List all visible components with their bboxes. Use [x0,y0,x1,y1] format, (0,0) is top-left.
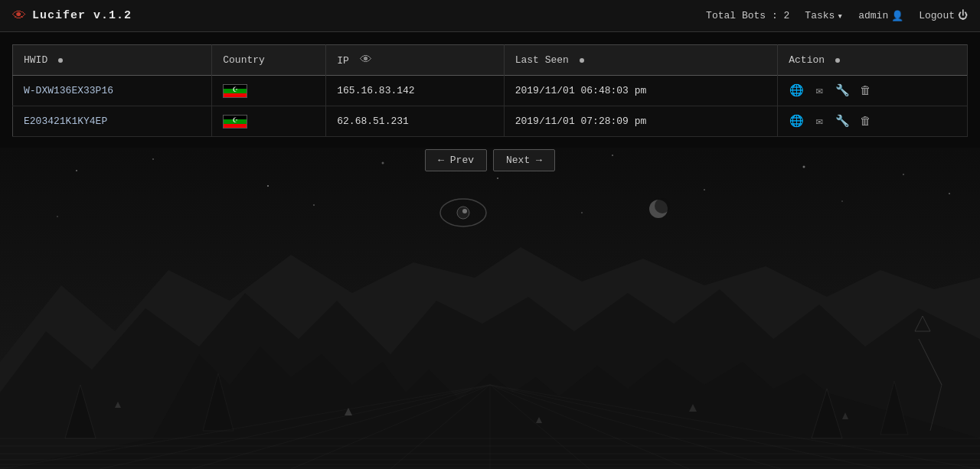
tools-icon[interactable]: 🔧 [835,114,850,129]
hwid-dot [58,58,63,63]
col-hwid: HWID [13,45,212,76]
topbar-left: 👁 Lucifer v.1.2 [12,8,132,24]
app-title: Lucifer v.1.2 [32,9,132,22]
mail-icon[interactable]: ✉ [812,83,827,98]
svg-point-12 [313,204,315,206]
table-row: W-DXW136EX33P16165.16.83.1422019/11/01 0… [13,76,968,106]
topbar: 👁 Lucifer v.1.2 Total Bots : 2 Tasks ▾ a… [0,0,980,32]
col-country-label: Country [223,54,265,66]
col-lastseen-label: Last Seen [515,54,569,66]
cell-lastseen: 2019/11/01 07:28:09 pm [504,106,778,137]
cell-action: 🌐✉🔧🗑 [778,106,968,137]
col-hwid-label: HWID [24,54,47,66]
cell-country [212,106,326,137]
svg-point-3 [267,185,269,187]
col-lastseen: Last Seen [504,45,778,76]
cell-country [212,76,326,106]
admin-section: admin 👤 [858,10,903,22]
logout-label: Logout [919,10,955,21]
svg-point-49 [462,209,467,213]
globe-icon[interactable]: 🌐 [789,114,804,129]
bots-table: HWID Country IP 👁 Last Seen Action [12,44,968,137]
logout-button[interactable]: Logout ⏻ [919,10,968,21]
total-bots-label: Total Bots : 2 [706,10,789,21]
flag-ly [223,115,247,129]
cell-lastseen: 2019/11/01 06:48:03 pm [504,76,778,106]
lastseen-dot [580,58,584,63]
eye-icon: 👁 [12,8,26,24]
svg-point-7 [704,189,705,191]
tasks-arrow: ▾ [837,10,843,22]
topbar-right: Total Bots : 2 Tasks ▾ admin 👤 Logout ⏻ [706,10,968,22]
cell-action: 🌐✉🔧🗑 [778,76,968,106]
tasks-label: Tasks [805,10,835,21]
svg-point-13 [581,212,583,213]
col-action-label: Action [789,54,825,66]
col-action: Action [778,45,968,76]
cell-ip: 165.16.83.142 [326,76,504,106]
prev-button[interactable]: ← Prev [425,149,487,171]
admin-icon: 👤 [891,10,903,22]
globe-icon[interactable]: 🌐 [789,83,804,98]
svg-point-10 [949,193,950,194]
col-country: Country [212,45,326,76]
cell-ip: 62.68.51.231 [326,106,504,137]
flag-ly [223,84,247,98]
action-icons-group: 🌐✉🔧🗑 [789,83,956,98]
tools-icon[interactable]: 🔧 [835,83,850,98]
admin-label: admin [858,10,888,21]
pagination: ← Prev Next → [12,149,968,171]
trash-icon[interactable]: 🗑 [858,115,873,129]
col-ip: IP 👁 [326,45,504,76]
col-ip-label: IP [337,55,349,67]
cell-hwid: W-DXW136EX33P16 [13,76,212,106]
mail-icon[interactable]: ✉ [812,114,827,129]
svg-point-14 [841,200,843,202]
action-icons-group: 🌐✉🔧🗑 [789,114,956,129]
tasks-link[interactable]: Tasks ▾ [805,10,843,22]
next-button[interactable]: Next → [493,149,555,171]
table-header: HWID Country IP 👁 Last Seen Action [13,45,968,76]
main-content: HWID Country IP 👁 Last Seen Action [0,32,980,184]
ip-eye-deco: 👁 [360,54,372,67]
svg-point-11 [57,216,58,217]
table-body: W-DXW136EX33P16165.16.83.1422019/11/01 0… [13,76,968,137]
trash-icon[interactable]: 🗑 [858,84,873,98]
table-row: E203421K1KY4EP62.68.51.2312019/11/01 07:… [13,106,968,137]
cell-hwid: E203421K1KY4EP [13,106,212,137]
logout-icon: ⏻ [958,10,968,21]
action-dot [835,58,840,63]
svg-point-16 [655,198,670,213]
